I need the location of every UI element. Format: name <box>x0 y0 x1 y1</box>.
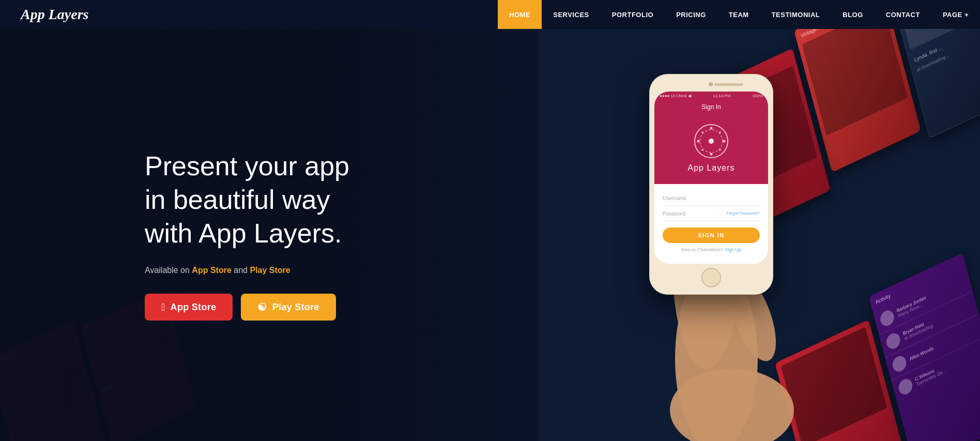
brand-logo[interactable]: App Layers <box>0 6 109 23</box>
hero-content: Present your app in beautiful way with A… <box>0 29 980 441</box>
forgot-password-link[interactable]: Forgot Password? <box>726 211 760 217</box>
hero-section: Bags Vintage... Lynda, first ... at down… <box>0 29 980 441</box>
nav-menu: HOME SERVICES PORTFOLIO PRICING TEAM TES… <box>498 0 980 29</box>
svg-point-14 <box>701 149 703 151</box>
play-store-text-link[interactable]: Play Store <box>250 266 290 275</box>
play-store-button-label: Play Store <box>272 302 319 313</box>
nav-item-testimonial[interactable]: TESTIMONIAL <box>760 0 832 29</box>
svg-point-10 <box>697 140 700 143</box>
phone-status-right: 100% <box>753 94 763 98</box>
phone-status-left: ●●●● UI Chest ◀ <box>660 94 691 98</box>
phone-username-field[interactable]: Username <box>663 191 760 206</box>
navbar: App Layers HOME SERVICES PORTFOLIO PRICI… <box>0 0 980 29</box>
svg-point-8 <box>710 127 713 130</box>
phone-header: Sign In <box>701 103 721 111</box>
nav-item-services[interactable]: SERVICES <box>542 0 601 29</box>
phone-signup-link[interactable]: Sign Up <box>725 247 741 252</box>
nav-item-blog[interactable]: BLOG <box>831 0 875 29</box>
nav-item-page[interactable]: PAGE + <box>931 0 980 29</box>
svg-point-12 <box>701 131 703 133</box>
hero-title: Present your app in beautiful way with A… <box>145 149 362 250</box>
phone-app-name: App Layers <box>688 163 735 173</box>
store-buttons:  App Store ☯ Play Store <box>145 294 362 321</box>
phone-signup-text: New to Chameleon? Sign Up <box>663 247 760 256</box>
apple-icon:  <box>161 301 165 313</box>
available-text: Available on App Store and Play Store <box>145 266 362 275</box>
phone-password-field[interactable]: Password Forgot Password? <box>663 207 760 221</box>
nav-item-home[interactable]: HOME <box>498 0 542 29</box>
nav-item-portfolio[interactable]: PORTFOLIO <box>601 0 665 29</box>
available-prefix: Available on <box>145 266 192 275</box>
phone-home-button[interactable] <box>701 268 721 287</box>
android-icon: ☯ <box>257 301 267 313</box>
nav-item-contact[interactable]: CONTACT <box>875 0 931 29</box>
svg-point-7 <box>709 139 714 144</box>
app-store-button[interactable]:  App Store <box>145 294 233 321</box>
app-store-button-label: App Store <box>171 302 217 313</box>
play-store-button[interactable]: ☯ Play Store <box>241 294 335 321</box>
app-store-text-link[interactable]: App Store <box>192 266 231 275</box>
svg-point-13 <box>719 131 721 133</box>
nav-item-pricing[interactable]: PRICING <box>665 0 717 29</box>
svg-point-11 <box>723 140 726 143</box>
phone-status-time: 11:14 PM <box>713 94 730 98</box>
hero-text-block: Present your app in beautiful way with A… <box>0 118 362 352</box>
svg-point-9 <box>710 153 713 156</box>
svg-point-15 <box>719 149 721 151</box>
phone-mockup-wrapper: ●●●● UI Chest ◀ 11:14 PM 100% Sign In <box>634 58 799 441</box>
available-and: and <box>234 266 250 275</box>
nav-item-team[interactable]: TEAM <box>717 0 760 29</box>
phone-signin-button[interactable]: SIGN IN <box>663 227 760 243</box>
